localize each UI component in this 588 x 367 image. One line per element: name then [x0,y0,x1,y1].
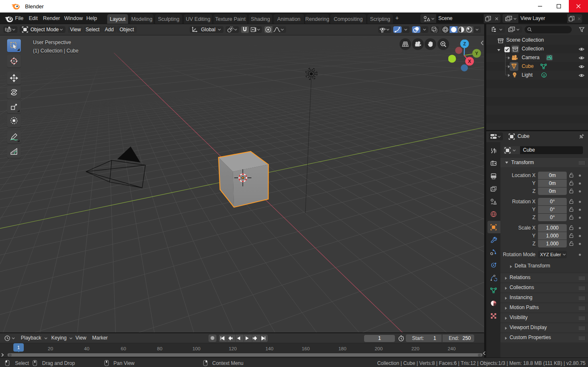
svg-text:Z: Z [463,41,466,46]
svg-text:X: X [468,59,471,64]
svg-text:Y: Y [475,51,478,56]
